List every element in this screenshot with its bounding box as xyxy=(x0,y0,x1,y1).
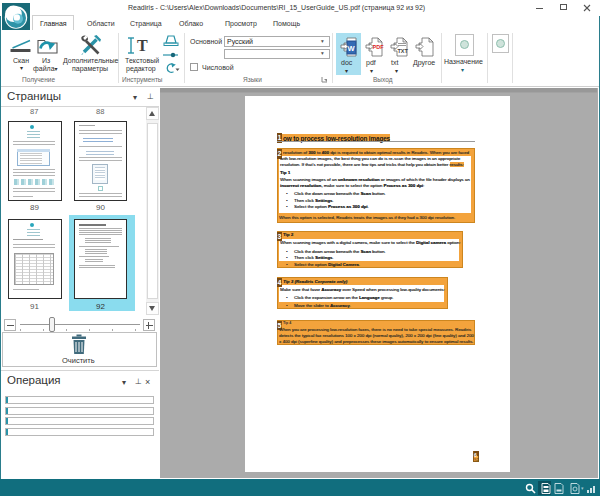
svg-text:PDF: PDF xyxy=(373,44,385,50)
svg-text:W: W xyxy=(348,44,356,53)
svg-text:TXT: TXT xyxy=(398,48,409,54)
svg-text:T: T xyxy=(137,37,148,54)
